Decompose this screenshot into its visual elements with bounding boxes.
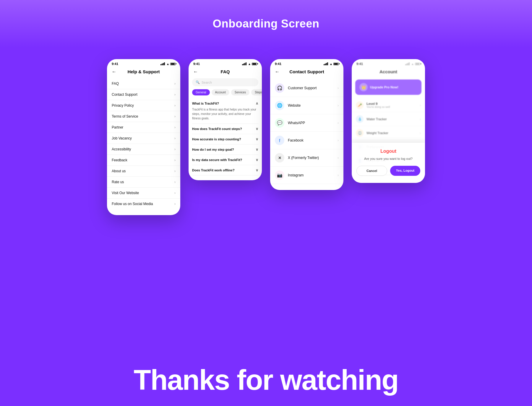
signal-icon-4 [405,62,410,65]
contact-facebook[interactable]: f Facebook › [270,132,343,149]
contact-website[interactable]: 🌐 Website › [270,97,343,114]
phone-faq: 9:41 ▲ ← FAQ 🔍 Search General Account [189,59,262,180]
acct-water: 💧 Water Tracker › [352,112,425,126]
faq-question-5[interactable]: Is my data secure with TrackFit? ∨ [192,158,258,162]
menu-item-contact-support[interactable]: Contact Support › [107,89,180,100]
menu-item-job-vacancy[interactable]: Job Vacancy › [107,133,180,144]
chevron-about: › [174,169,176,173]
signal-icon-2 [242,62,246,65]
status-icons-1: ▲ [160,62,176,66]
chevron-fb: › [338,138,339,142]
chevron-privacy: › [174,103,176,108]
faq-toggle-5: ∨ [256,158,258,162]
tab-steps[interactable]: Steps [251,89,262,95]
instagram-icon: 📷 [275,170,284,180]
faq-item-2: How does TrackFit count steps? ∨ [192,124,258,134]
status-icons-2: ▲ [242,62,257,66]
status-bar-4: 9:41 ▲ [352,59,425,67]
menu-item-terms[interactable]: Terms of Service › [107,111,180,122]
faq-toggle-1: ∧ [256,101,258,105]
menu-item-about-us[interactable]: About us › [107,166,180,177]
tab-account[interactable]: Account [212,89,229,95]
faq-question-3[interactable]: How accurate is step counting? ∨ [192,137,258,141]
chevron-weight: › [420,131,421,135]
faq-question-4[interactable]: How do I set my step goal? ∨ [192,147,258,152]
phone4-header: Account [352,67,425,77]
chevron-level: › [420,103,421,107]
status-bar-2: 9:41 ▲ [189,59,262,67]
phone1-header: ← Help & Support [107,67,180,77]
phone-account: 9:41 ▲ Account 👑 Upgrade Pro Now! [352,59,425,183]
logout-confirm-button[interactable]: Yes, Logout [390,166,420,176]
menu-item-partner[interactable]: Partner › [107,122,180,133]
back-button-2[interactable]: ← [193,69,198,74]
signal-icon-3 [324,62,328,65]
cancel-button[interactable]: Cancel [356,166,387,176]
menu-item-faq[interactable]: FAQ › [107,78,180,89]
faq-item-4: How do I set my step goal? ∨ [192,144,258,155]
battery-icon [170,63,176,65]
chevron-water: › [420,117,421,121]
battery-icon-4 [415,63,420,65]
acct-level: 🥕 Level 9 You're doing so well › [352,98,425,112]
battery-icon-3 [333,63,339,65]
faq-question-2[interactable]: How does TrackFit count steps? ∨ [192,127,258,131]
logout-buttons: Cancel Yes, Logout [356,166,420,176]
chevron-wa: › [338,121,339,125]
faq-question-6[interactable]: Does TrackFit work offline? ∨ [192,168,258,172]
time-3: 9:41 [275,62,281,66]
contact-instagram[interactable]: 📷 Instagram › [270,167,343,184]
menu-item-accessibility[interactable]: Accessibility › [107,144,180,155]
phones-container: 9:41 ▲ ← Help & Support FAQ › [0,47,532,215]
globe-icon: 🌐 [275,101,284,110]
menu-item-rate-us[interactable]: Rate us › [107,177,180,188]
back-button-1[interactable]: ← [112,69,116,74]
acct-weight: ⚖️ Weight Tracker › [352,126,425,140]
contact-whatsapp[interactable]: 💬 WhatsAPP › [270,114,343,132]
tab-services[interactable]: Services [231,89,249,95]
chevron-job: › [174,136,176,140]
menu-item-feedback[interactable]: Feedback › [107,155,180,166]
level-icon: 🥕 [356,101,364,109]
faq-item-1: What is TrackFit? ∧ TrackFit is a fitnes… [192,98,258,124]
time-2: 9:41 [193,62,200,66]
faq-tabs: General Account Services Steps [189,89,262,98]
phone3-header: ← Contact Support [270,67,343,77]
twitter-icon: ✕ [275,153,284,163]
menu-item-privacy-policy[interactable]: Privacy Policy › [107,100,180,111]
faq-item-3: How accurate is step counting? ∨ [192,134,258,144]
chevron-website: › [174,191,176,195]
contact-customer-support[interactable]: 🎧 Customer Support › [270,79,343,97]
tab-general[interactable]: General [192,89,210,95]
phone2-header: ← FAQ [189,67,262,77]
status-icons-3: ▲ [324,62,339,66]
faq-toggle-6: ∨ [256,168,258,172]
chevron-rate: › [174,180,176,184]
contact-twitter[interactable]: ✕ X (Formerly Twitter) › [270,149,343,167]
whatsapp-icon: 💬 [275,118,284,128]
phone2-title: FAQ [221,69,230,74]
upgrade-banner: 👑 Upgrade Pro Now! [355,79,421,95]
status-bar-3: 9:41 ▲ [270,59,343,67]
faq-item-6: Does TrackFit work offline? ∨ [192,165,258,176]
search-icon: 🔍 [196,80,200,84]
faq-search-bar[interactable]: 🔍 Search [192,78,258,86]
top-banner: Onboarding Screen [0,0,532,47]
thanks-text: Thanks for watching [0,366,532,394]
status-icons-4: ▲ [405,62,420,66]
battery-icon-2 [252,63,257,65]
facebook-icon: f [275,136,284,145]
menu-item-website[interactable]: Visit Our Website › [107,188,180,199]
menu-item-social[interactable]: Follow us on Social Media › [107,199,180,209]
faq-toggle-3: ∨ [256,137,258,141]
phone-contact-support: 9:41 ▲ ← Contact Support 🎧 Customer Su [270,59,343,190]
faq-question-1[interactable]: What is TrackFit? ∧ [192,101,258,105]
upgrade-text: Upgrade Pro Now! [370,85,398,89]
chevron-terms: › [174,114,176,118]
back-button-3[interactable]: ← [275,69,280,74]
chevron-tw: › [338,156,339,160]
logout-title: Logout [356,149,420,154]
logout-modal: Logout Are you sure you want to log out?… [352,143,425,183]
time-1: 9:41 [112,62,118,66]
chevron-web: › [338,103,339,108]
